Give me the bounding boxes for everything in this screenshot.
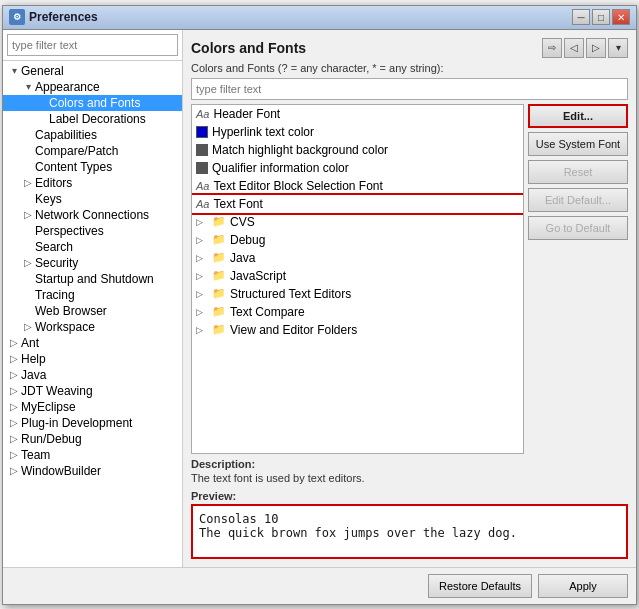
toggle-editors: ▷	[21, 176, 35, 190]
toolbar-forward-icon[interactable]: ▷	[586, 38, 606, 58]
edit-default-button[interactable]: Edit Default...	[528, 188, 628, 212]
font-list-container: Aa Header Font Hyperlink text color Matc…	[191, 104, 628, 454]
font-item-label: JavaScript	[230, 269, 286, 283]
sidebar-label-content-types: Content Types	[35, 160, 112, 174]
font-item-match-highlight[interactable]: Match highlight background color	[192, 141, 523, 159]
sidebar-item-appearance[interactable]: ▾ Appearance	[3, 79, 182, 95]
sidebar-label-web-browser: Web Browser	[35, 304, 107, 318]
sidebar-item-jdt[interactable]: ▷ JDT Weaving	[3, 383, 182, 399]
sidebar-label-compare-patch: Compare/Patch	[35, 144, 118, 158]
minimize-button[interactable]: ─	[572, 9, 590, 25]
font-item-block-selection[interactable]: Aa Text Editor Block Selection Font	[192, 177, 523, 195]
sidebar-item-search[interactable]: Search	[3, 239, 182, 255]
restore-defaults-button[interactable]: Restore Defaults	[428, 574, 532, 598]
sidebar-item-ant[interactable]: ▷ Ant	[3, 335, 182, 351]
font-item-debug[interactable]: ▷ 📁 Debug	[192, 231, 523, 249]
sidebar-item-perspectives[interactable]: Perspectives	[3, 223, 182, 239]
expand-structured-icon: ▷	[196, 289, 208, 299]
sidebar-label-security: Security	[35, 256, 78, 270]
toolbar-nav-icon[interactable]: ⇨	[542, 38, 562, 58]
font-item-hyperlink[interactable]: Hyperlink text color	[192, 123, 523, 141]
toggle-keys	[21, 192, 35, 206]
sidebar-item-capabilities[interactable]: Capabilities	[3, 127, 182, 143]
apply-button[interactable]: Apply	[538, 574, 628, 598]
sidebar-item-workspace[interactable]: ▷ Workspace	[3, 319, 182, 335]
preview-label: Preview:	[191, 490, 628, 502]
sidebar-label-run-debug: Run/Debug	[21, 432, 82, 446]
sidebar-label-label-decorations: Label Decorations	[49, 112, 146, 126]
maximize-button[interactable]: □	[592, 9, 610, 25]
description-label: Description:	[191, 458, 628, 470]
toggle-workspace: ▷	[21, 320, 35, 334]
font-item-label: Java	[230, 251, 255, 265]
sidebar-item-compare-patch[interactable]: Compare/Patch	[3, 143, 182, 159]
filter-input[interactable]	[191, 78, 628, 100]
sidebar-item-startup[interactable]: Startup and Shutdown	[3, 271, 182, 287]
font-item-label: Match highlight background color	[212, 143, 388, 157]
sidebar-item-myeclipse[interactable]: ▷ MyEclipse	[3, 399, 182, 415]
folder-icon: 📁	[212, 233, 226, 246]
font-item-header-font[interactable]: Aa Header Font	[192, 105, 523, 123]
sidebar-item-label-decorations[interactable]: Label Decorations	[3, 111, 182, 127]
font-item-label: Qualifier information color	[212, 161, 349, 175]
sidebar-label-startup: Startup and Shutdown	[35, 272, 154, 286]
sidebar-label-jdt: JDT Weaving	[21, 384, 93, 398]
go-to-default-button[interactable]: Go to Default	[528, 216, 628, 240]
sidebar-search-input[interactable]	[7, 34, 178, 56]
sidebar-item-content-types[interactable]: Content Types	[3, 159, 182, 175]
sidebar-item-tracing[interactable]: Tracing	[3, 287, 182, 303]
toolbar-back-icon[interactable]: ◁	[564, 38, 584, 58]
close-button[interactable]: ✕	[612, 9, 630, 25]
edit-button[interactable]: Edit...	[528, 104, 628, 128]
sidebar-item-network[interactable]: ▷ Network Connections	[3, 207, 182, 223]
sidebar-item-run-debug[interactable]: ▷ Run/Debug	[3, 431, 182, 447]
font-item-label: Text Compare	[230, 305, 305, 319]
aa-icon: Aa	[196, 198, 209, 210]
sidebar-item-security[interactable]: ▷ Security	[3, 255, 182, 271]
sidebar-item-java[interactable]: ▷ Java	[3, 367, 182, 383]
sidebar-item-general[interactable]: ▾ General	[3, 63, 182, 79]
font-item-cvs[interactable]: ▷ 📁 CVS	[192, 213, 523, 231]
sidebar-label-search: Search	[35, 240, 73, 254]
sidebar-label-ant: Ant	[21, 336, 39, 350]
window-icon: ⚙	[9, 9, 25, 25]
main-content: ▾ General ▾ Appearance Colors and Fonts …	[3, 30, 636, 567]
color-swatch-hyperlink	[196, 126, 208, 138]
toolbar-dropdown-icon[interactable]: ▾	[608, 38, 628, 58]
toggle-web-browser	[21, 304, 35, 318]
sidebar-item-help[interactable]: ▷ Help	[3, 351, 182, 367]
font-item-qualifier[interactable]: Qualifier information color	[192, 159, 523, 177]
content-description: Colors and Fonts (? = any character, * =…	[191, 62, 628, 74]
toggle-compare-patch	[21, 144, 35, 158]
window-controls: ─ □ ✕	[572, 9, 630, 25]
sidebar-item-editors[interactable]: ▷ Editors	[3, 175, 182, 191]
sidebar-item-plugin[interactable]: ▷ Plug-in Development	[3, 415, 182, 431]
sidebar-label-perspectives: Perspectives	[35, 224, 104, 238]
sidebar-item-team[interactable]: ▷ Team	[3, 447, 182, 463]
font-item-structured-text[interactable]: ▷ 📁 Structured Text Editors	[192, 285, 523, 303]
sidebar-item-colors-fonts[interactable]: Colors and Fonts	[3, 95, 182, 111]
toggle-capabilities	[21, 128, 35, 142]
use-system-font-button[interactable]: Use System Font	[528, 132, 628, 156]
reset-button[interactable]: Reset	[528, 160, 628, 184]
font-item-javascript[interactable]: ▷ 📁 JavaScript	[192, 267, 523, 285]
sidebar-item-windowbuilder[interactable]: ▷ WindowBuilder	[3, 463, 182, 479]
toolbar-icons: ⇨ ◁ ▷ ▾	[542, 38, 628, 58]
sidebar-search-box	[3, 30, 182, 61]
sidebar-item-web-browser[interactable]: Web Browser	[3, 303, 182, 319]
sidebar-tree: ▾ General ▾ Appearance Colors and Fonts …	[3, 61, 182, 567]
toggle-java: ▷	[7, 368, 21, 382]
font-item-text-font[interactable]: Aa Text Font	[192, 195, 523, 213]
font-item-text-compare[interactable]: ▷ 📁 Text Compare	[192, 303, 523, 321]
folder-icon: 📁	[212, 305, 226, 318]
toggle-windowbuilder: ▷	[7, 464, 21, 478]
preview-line2: The quick brown fox jumps over the lazy …	[199, 526, 620, 540]
font-item-java[interactable]: ▷ 📁 Java	[192, 249, 523, 267]
expand-cvs-icon: ▷	[196, 217, 208, 227]
toggle-jdt: ▷	[7, 384, 21, 398]
toggle-general: ▾	[7, 64, 21, 78]
toggle-help: ▷	[7, 352, 21, 366]
font-item-view-editor[interactable]: ▷ 📁 View and Editor Folders	[192, 321, 523, 339]
sidebar-item-keys[interactable]: Keys	[3, 191, 182, 207]
preview-section: Preview: Consolas 10 The quick brown fox…	[191, 490, 628, 559]
